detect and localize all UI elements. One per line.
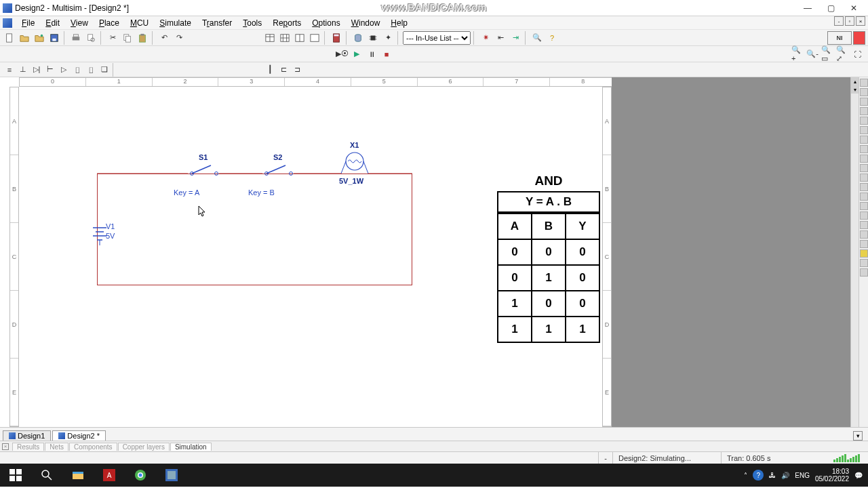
grid-a-icon[interactable] bbox=[278, 31, 292, 45]
instrument-logic-analyzer-icon[interactable] bbox=[860, 155, 868, 163]
zoom-fit-icon[interactable]: 🔍⤢ bbox=[835, 47, 849, 61]
instrument-distortion-icon[interactable] bbox=[860, 183, 868, 191]
tab-results[interactable]: Results bbox=[12, 443, 44, 451]
tab-components[interactable]: Components bbox=[69, 443, 117, 451]
menu-file[interactable]: File bbox=[16, 18, 40, 28]
help-icon[interactable]: ? bbox=[545, 31, 559, 45]
instrument-bode-icon[interactable] bbox=[860, 126, 868, 134]
tab-nets[interactable]: Nets bbox=[45, 443, 68, 451]
scroll-up-icon[interactable]: ▴ bbox=[851, 77, 859, 85]
menu-simulate[interactable]: Simulate bbox=[154, 18, 197, 28]
instrument-iv-icon[interactable] bbox=[860, 174, 868, 182]
pause-icon[interactable]: ⏸ bbox=[365, 47, 378, 61]
back-annotate-icon[interactable]: ⇤ bbox=[494, 31, 507, 45]
mdi-minimize[interactable]: - bbox=[834, 16, 844, 26]
tray-network-icon[interactable]: 🖧 bbox=[769, 472, 776, 479]
place-source-icon[interactable]: ≡ bbox=[3, 63, 16, 77]
menu-mcu[interactable]: MCU bbox=[125, 18, 154, 28]
in-use-list[interactable]: --- In-Use List --- bbox=[403, 31, 471, 45]
undo-icon[interactable]: ↶ bbox=[157, 31, 171, 45]
place-basic-icon[interactable]: ⊥ bbox=[16, 63, 30, 77]
instrument-agilent-scope-icon[interactable] bbox=[860, 230, 868, 239]
grid-b-icon[interactable] bbox=[293, 31, 307, 45]
cut-icon[interactable]: ✂ bbox=[106, 31, 119, 45]
menu-help[interactable]: Help bbox=[385, 18, 413, 28]
chip-icon[interactable] bbox=[366, 31, 380, 45]
place-diode-icon[interactable]: ▷| bbox=[30, 63, 43, 77]
instrument-current-probe-icon[interactable] bbox=[860, 268, 868, 277]
tab-design2[interactable]: Design2 * bbox=[52, 430, 106, 441]
place-transistor-icon[interactable]: ⊢ bbox=[43, 63, 57, 77]
menu-view[interactable]: View bbox=[65, 18, 94, 28]
tray-chevron-up-icon[interactable]: ˄ bbox=[744, 472, 747, 479]
fullscreen-icon[interactable]: ⛶ bbox=[850, 47, 864, 61]
save-icon[interactable] bbox=[47, 31, 61, 45]
open-samples-icon[interactable] bbox=[33, 31, 46, 45]
instrument-funcgen-icon[interactable] bbox=[860, 88, 868, 96]
multisim-taskbar-icon[interactable] bbox=[156, 464, 187, 487]
mdi-restore[interactable]: ▫ bbox=[845, 16, 854, 26]
spreadsheet-icon[interactable] bbox=[263, 31, 277, 45]
zoom-area-icon[interactable]: 🔍▭ bbox=[821, 47, 834, 61]
menu-transfer[interactable]: Transfer bbox=[197, 18, 237, 28]
place-cmos-icon[interactable]: ⌷ bbox=[84, 63, 98, 77]
mdi-close[interactable]: × bbox=[856, 16, 865, 26]
print-icon[interactable] bbox=[69, 31, 83, 45]
menu-place[interactable]: Place bbox=[94, 18, 125, 28]
menu-edit[interactable]: Edit bbox=[40, 18, 65, 28]
start-button[interactable] bbox=[0, 464, 31, 487]
instrument-labview-icon[interactable] bbox=[860, 249, 868, 258]
instrument-freq-icon[interactable] bbox=[860, 136, 868, 144]
tray-volume-icon[interactable]: 🔊 bbox=[781, 472, 789, 479]
menu-window[interactable]: Window bbox=[346, 18, 386, 28]
copy-icon[interactable] bbox=[121, 31, 134, 45]
acrobat-icon[interactable]: A bbox=[94, 464, 125, 487]
tray-clock[interactable]: 18:03 05/02/2022 bbox=[815, 468, 849, 483]
probe-a-icon[interactable]: ┃ bbox=[263, 63, 277, 77]
menu-reports[interactable]: Reports bbox=[267, 18, 307, 28]
label-x1[interactable]: X1 bbox=[350, 141, 359, 149]
wizard-icon[interactable]: ✦ bbox=[381, 31, 395, 45]
minimize-button[interactable]: — bbox=[796, 2, 819, 14]
menu-options[interactable]: Options bbox=[307, 18, 345, 28]
erc-icon[interactable]: ✷ bbox=[479, 31, 492, 45]
tray-language[interactable]: ENG bbox=[795, 472, 810, 479]
probe-c-icon[interactable]: ⊐ bbox=[290, 63, 304, 77]
close-button[interactable]: ✕ bbox=[842, 2, 865, 14]
spreadsheet-close-icon[interactable]: × bbox=[2, 443, 9, 450]
place-misc-icon[interactable]: ❏ bbox=[98, 63, 111, 77]
zoom-in-icon[interactable]: 🔍+ bbox=[791, 47, 804, 61]
zoom-out-icon[interactable]: 🔍- bbox=[806, 47, 819, 61]
schematic-sheet[interactable]: S1 S2 X1 Key = A Key = B 5V_1W V1 5V bbox=[19, 87, 602, 427]
instrument-multimeter-icon[interactable] bbox=[860, 79, 868, 87]
tab-design1[interactable]: Design1 bbox=[3, 430, 51, 441]
tray-help-icon[interactable]: ? bbox=[753, 470, 764, 481]
search-icon[interactable] bbox=[31, 464, 62, 487]
instrument-wordgen-icon[interactable] bbox=[860, 145, 868, 153]
place-ttl-icon[interactable]: ⌷ bbox=[71, 63, 84, 77]
find-icon[interactable]: 🔍 bbox=[530, 31, 544, 45]
chrome-icon[interactable] bbox=[125, 464, 156, 487]
tray-notifications-icon[interactable]: 💬 bbox=[854, 472, 863, 479]
instrument-logic-converter-icon[interactable] bbox=[860, 164, 868, 172]
grid-c-icon[interactable] bbox=[308, 31, 321, 45]
paste-icon[interactable] bbox=[136, 31, 149, 45]
forward-annotate-icon[interactable]: ⇥ bbox=[509, 31, 522, 45]
stop-icon[interactable]: ■ bbox=[380, 47, 393, 61]
instrument-spectrum-icon[interactable] bbox=[860, 192, 868, 201]
instrument-elvis-icon[interactable] bbox=[860, 259, 868, 267]
new-file-icon[interactable] bbox=[3, 31, 16, 45]
instrument-agilent-fg-icon[interactable] bbox=[860, 211, 868, 220]
print-preview-icon[interactable] bbox=[84, 31, 98, 45]
interactive-icon[interactable]: ▶⦿ bbox=[335, 47, 349, 61]
vertical-scrollbar[interactable]: ▴ ▾ bbox=[850, 77, 859, 427]
redo-icon[interactable]: ↷ bbox=[172, 31, 186, 45]
instrument-wattmeter-icon[interactable] bbox=[860, 98, 868, 106]
db-icon[interactable] bbox=[351, 31, 365, 45]
calc-icon[interactable] bbox=[330, 31, 343, 45]
instrument-4ch-scope-icon[interactable] bbox=[860, 117, 868, 125]
tabs-menu-icon[interactable]: ▾ bbox=[853, 431, 863, 441]
instrument-network-icon[interactable] bbox=[860, 202, 868, 210]
instrument-scope-icon[interactable] bbox=[860, 107, 868, 115]
probe-b-icon[interactable]: ⊏ bbox=[277, 63, 290, 77]
